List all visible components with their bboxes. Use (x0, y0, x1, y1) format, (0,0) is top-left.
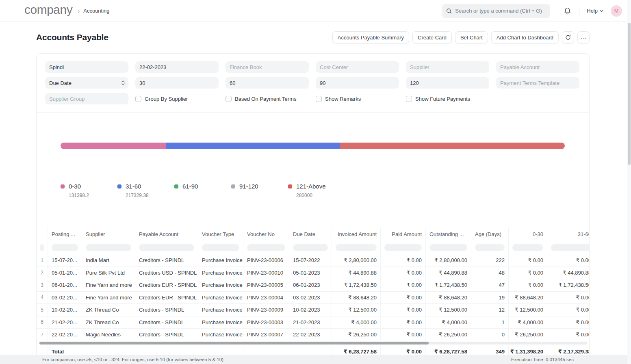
column-filter-input[interactable] (86, 244, 131, 251)
cost-center-filter[interactable] (316, 61, 399, 73)
column-filter-input[interactable] (512, 244, 543, 251)
table-cell: 21-02-20... (48, 316, 82, 329)
table-cell: ₹ 0.00 (547, 304, 589, 316)
supplier-group-filter[interactable] (45, 93, 128, 104)
search-input[interactable] (455, 8, 546, 14)
column-header[interactable]: Invoiced Amount (332, 227, 381, 241)
table-cell: Magic Needles (82, 329, 135, 341)
table-cell: ₹ 88,648.20 (426, 292, 471, 304)
column-filter-input[interactable] (293, 244, 328, 251)
legend-swatch-icon (288, 184, 292, 188)
supplier-filter[interactable] (406, 61, 489, 73)
payment-terms-template-filter[interactable] (496, 77, 579, 89)
more-menu-button[interactable]: ... (577, 31, 590, 43)
global-search[interactable] (442, 4, 550, 18)
table-cell: Creditors - SPINDL (135, 254, 198, 266)
column-header[interactable]: Voucher No (243, 227, 289, 241)
range4-filter[interactable] (406, 77, 489, 89)
table-cell: 15-07-2022 (289, 254, 332, 266)
table-cell: ₹ 44,890.88 (332, 267, 381, 279)
vertical-scrollbar[interactable] (627, 0, 631, 364)
finance-book-filter[interactable] (226, 61, 309, 73)
range1-filter[interactable] (135, 77, 219, 89)
create-card-button[interactable]: Create Card (412, 31, 452, 43)
table-cell: 48 (471, 267, 509, 279)
report-date-filter[interactable] (135, 61, 219, 73)
refresh-button[interactable] (562, 31, 574, 43)
range3-filter[interactable] (316, 77, 399, 89)
set-chart-button[interactable]: Set Chart (455, 31, 488, 43)
based-on-payment-terms-checkbox[interactable]: Based On Payment Terms (226, 96, 309, 102)
notifications-bell-icon[interactable] (564, 7, 571, 15)
column-filter-input[interactable] (475, 244, 505, 251)
chevron-down-icon (600, 10, 603, 12)
company-filter[interactable] (45, 61, 128, 73)
column-filter-input[interactable] (52, 244, 78, 251)
payable-account-filter[interactable] (496, 61, 579, 73)
column-filter-input[interactable] (336, 244, 377, 251)
column-header[interactable]: Payable Account (135, 227, 198, 241)
add-chart-to-dashboard-button[interactable]: Add Chart to Dashboard (491, 31, 559, 43)
horizontal-scrollbar[interactable] (39, 342, 587, 344)
bar-segment-121-Above[interactable] (340, 143, 565, 149)
legend-label: 61-90 (182, 183, 198, 190)
column-filter-input[interactable] (139, 244, 194, 251)
column-header[interactable]: 31-60 (547, 227, 589, 241)
navbar-divider (579, 7, 579, 15)
breadcrumb[interactable]: Accounting (83, 8, 109, 14)
column-header[interactable]: Voucher Type (198, 227, 243, 241)
checkbox-label: Show Remarks (325, 96, 361, 102)
legend-item: 31-60217329.38 (117, 183, 174, 198)
search-icon (446, 8, 452, 14)
table-cell: PINV-23-00004 (243, 292, 289, 304)
help-menu[interactable]: Help (587, 8, 603, 14)
range2-filter[interactable] (226, 77, 309, 89)
show-future-payments-checkbox[interactable]: Show Future Payments (406, 96, 489, 102)
show-remarks-checkbox[interactable]: Show Remarks (316, 96, 399, 102)
column-header[interactable]: Supplier (82, 227, 135, 241)
column-header[interactable]: Outstanding ... (426, 227, 471, 241)
app-logo[interactable]: company (24, 4, 72, 16)
table-cell: Purchase Invoice (198, 279, 243, 291)
table-cell: ₹ 1,72,438.50 (547, 279, 589, 291)
group-by-supplier-checkbox[interactable]: Group By Supplier (135, 96, 219, 102)
table-cell: 05-01-20... (48, 267, 82, 279)
legend-swatch-icon (61, 184, 65, 188)
legend-item: 121-Above280000 (288, 183, 345, 198)
column-header[interactable]: Paid Amount (381, 227, 426, 241)
column-header[interactable]: Posting ... (48, 227, 82, 241)
bar-segment-0-30[interactable] (61, 143, 166, 149)
horizontal-scrollbar-thumb[interactable] (39, 342, 429, 344)
bar-segment-31-60[interactable] (166, 143, 340, 149)
column-header[interactable]: 0-30 (509, 227, 547, 241)
column-filter-input[interactable] (202, 244, 239, 251)
filter-section: Due Date Group By Supplier (37, 54, 589, 113)
checkbox-icon (226, 96, 232, 102)
table-cell: ₹ 0.00 (547, 316, 589, 329)
table-filter-row (37, 241, 589, 254)
accounts-payable-summary-button[interactable]: Accounts Payable Summary (332, 31, 409, 43)
table-cell: Creditors - SPINDL (135, 329, 198, 341)
table-cell: 12 (471, 304, 509, 316)
column-filter-input[interactable] (551, 244, 589, 251)
table-cell: ₹ 0.00 (509, 279, 547, 291)
table-cell: 10-02-2023 (289, 304, 332, 316)
column-header[interactable]: Due Date (289, 227, 332, 241)
table-cell: ZK Thread Co (82, 304, 135, 316)
table-cell: ₹ 0.00 (381, 316, 426, 329)
column-filter-input[interactable] (429, 244, 467, 251)
ageing-based-on-select[interactable]: Due Date (45, 77, 128, 89)
checkbox-icon (406, 96, 412, 102)
row-index: 3 (37, 279, 48, 291)
vertical-scrollbar-thumb[interactable] (628, 23, 631, 165)
table-cell: ₹ 0.00 (381, 304, 426, 316)
column-filter-input[interactable] (384, 244, 422, 251)
column-filter-input[interactable] (247, 244, 285, 251)
legend-label: 0-30 (69, 183, 81, 190)
legend-item: 0-30131398.2 (61, 183, 117, 198)
column-header[interactable]: Age (Days) (471, 227, 509, 241)
table-cell: ₹ 0.00 (509, 267, 547, 279)
column-filter-input[interactable] (40, 244, 44, 251)
filter-hint-text: For comparison, use >5, <10 or =324. For… (42, 357, 225, 362)
avatar[interactable]: M (611, 5, 622, 17)
